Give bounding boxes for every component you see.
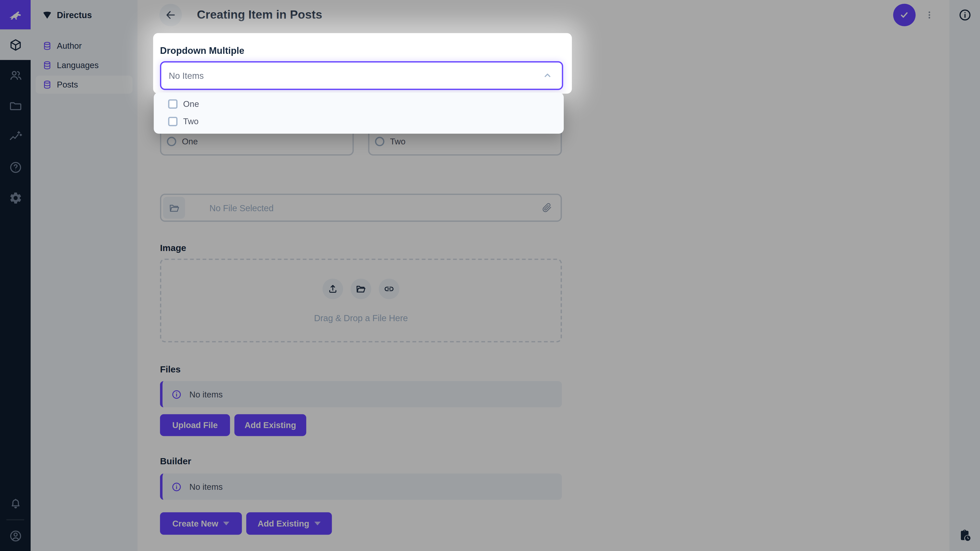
dropdown-multiple-input[interactable]: No Items	[160, 61, 563, 90]
chevron-up-icon	[542, 70, 553, 81]
checkbox-icon[interactable]	[168, 117, 178, 126]
dropdown-value: No Items	[169, 71, 204, 81]
dropdown-multiple-label: Dropdown Multiple	[160, 45, 245, 56]
dropdown-option-label: Two	[183, 117, 199, 126]
app-window: Directus Author	[0, 0, 980, 551]
checkbox-icon[interactable]	[168, 99, 178, 108]
dropdown-multiple-field-card: Dropdown Multiple No Items	[153, 33, 572, 94]
dropdown-option-one[interactable]: One	[154, 95, 564, 113]
dropdown-option-label: One	[183, 99, 199, 108]
dropdown-options-menu: One Two	[154, 92, 564, 134]
dropdown-option-two[interactable]: Two	[154, 113, 564, 130]
